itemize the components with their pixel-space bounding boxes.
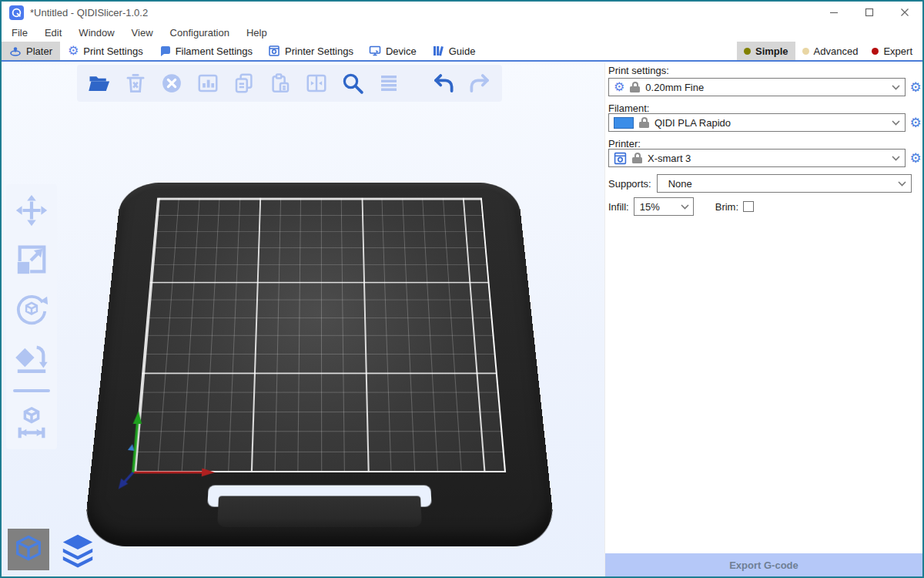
tab-label: Filament Settings (176, 45, 253, 57)
split-icon[interactable] (303, 70, 330, 96)
supports-select[interactable]: None (657, 174, 912, 193)
brim-label: Brim: (715, 201, 738, 213)
simple-dot-icon (744, 48, 751, 55)
expert-dot-icon (872, 48, 879, 55)
lock-icon (632, 153, 642, 163)
mode-label: Advanced (814, 45, 859, 57)
place-on-face-icon[interactable] (13, 340, 50, 377)
printer-gear-button[interactable]: ⚙ (909, 149, 922, 167)
menu-edit[interactable]: Edit (36, 23, 70, 42)
chevron-down-icon (898, 181, 906, 187)
tab-bar: Plater ⚙ Print Settings Filament Setting… (2, 42, 922, 62)
viewport-3d[interactable] (2, 63, 604, 576)
infill-value: 15% (640, 201, 681, 213)
chevron-down-icon (892, 156, 900, 161)
tab-print-settings[interactable]: ⚙ Print Settings (60, 42, 151, 60)
settings-panel: Print settings: ⚙ 0.20mm Fine ⚙ Filament… (604, 63, 922, 576)
delete-icon[interactable] (122, 70, 149, 96)
menu-bar: File Edit Window View Configuration Help (2, 23, 922, 42)
export-gcode-button[interactable]: Export G-code (605, 553, 922, 576)
tab-device[interactable]: Device (361, 42, 424, 60)
print-settings-value: 0.20mm Fine (645, 82, 886, 93)
qidislicer-window: { "window": { "title": "*Untitled - QIDI… (0, 0, 924, 578)
filament-select[interactable]: QIDI PLA Rapido (608, 113, 906, 132)
tab-label: Guide (449, 45, 476, 57)
redo-icon[interactable] (467, 70, 493, 96)
print-settings-gear-button[interactable]: ⚙ (909, 78, 922, 96)
arrange-icon[interactable] (195, 70, 221, 96)
mode-expert[interactable]: Expert (865, 42, 919, 60)
chevron-down-icon (681, 204, 689, 210)
filament-value: QIDI PLA Rapido (654, 117, 886, 129)
print-settings-label: Print settings: (608, 65, 669, 76)
app-logo-icon (9, 5, 24, 20)
tab-plater[interactable]: Plater (2, 42, 60, 60)
rotate-icon[interactable] (13, 291, 50, 328)
infill-row: Infill: 15% Brim: (608, 197, 754, 216)
3d-editor-view-icon[interactable] (8, 529, 49, 570)
undo-icon[interactable] (430, 70, 457, 96)
preview-layers-icon[interactable] (57, 529, 99, 570)
infill-label: Infill: (608, 201, 629, 213)
mode-simple[interactable]: Simple (737, 42, 795, 60)
mode-label: Expert (883, 45, 912, 57)
measure-icon[interactable] (13, 405, 50, 442)
menu-configuration[interactable]: Configuration (162, 23, 238, 42)
printer-bed[interactable] (82, 183, 556, 546)
layers-list-icon[interactable] (376, 70, 402, 96)
chevron-down-icon (892, 120, 900, 126)
menu-view[interactable]: View (123, 23, 162, 42)
tab-guide[interactable]: Guide (424, 42, 484, 60)
printer-value: X-smart 3 (648, 153, 886, 164)
supports-label: Supports: (608, 178, 651, 190)
open-icon[interactable] (86, 70, 112, 96)
infill-select[interactable]: 15% (634, 197, 694, 216)
title-bar: *Untitled - QIDISlicer-1.0.2 (2, 2, 922, 23)
mode-switcher: Simple Advanced Expert (737, 42, 922, 60)
top-toolbar (77, 65, 502, 102)
tab-label: Printer Settings (285, 45, 353, 57)
search-icon[interactable] (340, 70, 366, 96)
window-title: *Untitled - QIDISlicer-1.0.2 (30, 7, 148, 18)
filament-icon (159, 45, 171, 57)
device-icon (369, 45, 381, 57)
maximize-button[interactable] (852, 2, 887, 23)
origin-axis-indicator (109, 400, 244, 492)
left-toolbar-separator (13, 389, 50, 392)
tab-label: Plater (26, 45, 52, 57)
bed-handle (217, 496, 422, 528)
tab-printer-settings[interactable]: Printer Settings (260, 42, 361, 60)
menu-help[interactable]: Help (238, 23, 276, 42)
plater-icon (9, 45, 22, 57)
left-toolbar (6, 184, 57, 449)
printer-icon (268, 45, 280, 57)
advanced-dot-icon (802, 48, 809, 55)
paste-icon[interactable] (267, 70, 293, 96)
guide-icon (432, 45, 444, 57)
menu-file[interactable]: File (3, 23, 36, 42)
gear-icon: ⚙ (68, 45, 79, 57)
tab-filament-settings[interactable]: Filament Settings (151, 42, 260, 60)
filament-gear-button[interactable]: ⚙ (909, 113, 922, 132)
supports-row: Supports: None (608, 174, 912, 193)
print-settings-select[interactable]: ⚙ 0.20mm Fine (608, 78, 906, 96)
copy-icon[interactable] (231, 70, 257, 96)
mode-advanced[interactable]: Advanced (795, 42, 865, 60)
chevron-down-icon (892, 85, 900, 90)
menu-window[interactable]: Window (70, 23, 122, 42)
lock-icon (630, 82, 640, 92)
gear-icon: ⚙ (614, 81, 624, 93)
printer-select[interactable]: X-smart 3 (608, 149, 906, 167)
scale-icon[interactable] (13, 241, 50, 278)
mode-label: Simple (755, 45, 788, 57)
brim-checkbox[interactable] (743, 201, 754, 212)
delete-all-icon[interactable] (159, 70, 185, 96)
view-toggles (8, 529, 99, 570)
printer-label: Printer: (608, 138, 641, 150)
filament-label: Filament: (608, 102, 649, 114)
minimize-button[interactable] (816, 2, 852, 23)
close-button[interactable] (887, 2, 922, 23)
lock-icon (639, 117, 649, 128)
move-icon[interactable] (13, 192, 50, 229)
tab-label: Device (386, 45, 417, 57)
